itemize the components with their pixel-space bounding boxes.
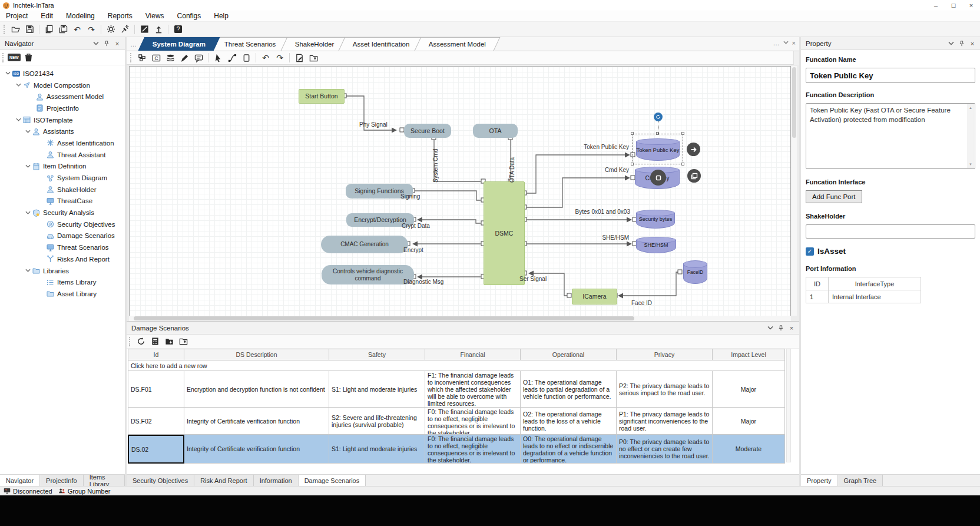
tree-item-asset-identification[interactable]: Asset Identification [0,137,125,149]
tree-item-damage-scenarios[interactable]: Damage Scenarios [0,230,125,242]
tab-threat-scenarios[interactable]: Threat Scenarios [210,37,290,51]
pin-icon[interactable] [101,38,112,49]
tab-assessment-model[interactable]: Assessment Model [414,37,500,51]
tab-items-library[interactable]: Items Library [84,475,125,486]
copy-button[interactable] [42,23,56,36]
new-item-button[interactable]: NEW [7,51,21,64]
tree-item-assistants[interactable]: Assistants [0,125,125,137]
chevron-down-icon[interactable] [91,38,101,49]
shakeholder-input[interactable] [806,224,975,239]
chevron-down-icon[interactable] [24,164,32,169]
menu-edit[interactable]: Edit [41,12,53,20]
tree-item-item-definition[interactable]: Item Definition [0,161,125,173]
node-cmac-generation[interactable]: CMAC Generation [321,236,408,253]
chevron-down-icon[interactable] [24,129,32,134]
tab-menu-icon[interactable]: … [773,39,780,47]
tab-security-objectives[interactable]: Security Objectives [127,475,194,486]
calculate-button[interactable] [148,335,162,348]
node-dsmc[interactable]: DSMC [484,181,525,285]
import-button[interactable] [162,335,176,348]
node-icamera[interactable]: ICamera [572,289,617,305]
scroll-up-icon[interactable]: ▲ [969,105,972,110]
tab-graph-tree[interactable]: Graph Tree [838,475,883,486]
rotate-handle[interactable] [654,113,663,121]
canvas-hscrollbar[interactable] [129,316,791,321]
tree-item-threat-assistant[interactable]: Threat Assistant [0,149,125,161]
close-button[interactable]: × [962,0,980,11]
save-button[interactable] [22,23,37,36]
chevron-down-icon[interactable] [24,210,32,216]
node-security-bytes[interactable]: Security bytes [636,210,675,229]
tree-item-model-compostion[interactable]: Model Compostion [0,80,125,91]
node-secure-boot[interactable]: Secure Boot [404,124,451,138]
port-table-row[interactable]: 1 Internal Interface [806,290,921,303]
chevron-down-icon[interactable] [765,323,776,333]
tab-property[interactable]: Property [801,475,838,486]
tab-shakeholder[interactable]: ShakeHolder [280,37,348,51]
annotate-button[interactable] [137,23,151,36]
undo-button[interactable]: ↶ [259,52,273,64]
add-row[interactable]: Click here to add a new row [128,360,785,371]
upload-button[interactable] [151,23,165,36]
tree-item-threat-scenarios[interactable]: Threat Scenarios [0,242,125,253]
selection-handle[interactable] [681,163,684,166]
node-start-button[interactable]: Start Button [299,89,345,104]
maximize-button[interactable]: □ [945,0,962,11]
pin-icon[interactable] [776,323,786,333]
function-name-input[interactable] [806,68,975,83]
shape-tool-button[interactable] [239,52,253,64]
add-block-button[interactable] [135,52,149,64]
close-icon[interactable]: × [786,323,797,333]
chevron-down-icon[interactable] [24,268,32,273]
tab-system-diagram[interactable]: System Diagram [138,37,220,51]
node-action-button[interactable] [650,170,666,186]
tree-item-asset-library[interactable]: Asset Library [0,288,125,300]
redo-button[interactable]: ↷ [273,52,287,64]
scroll-down-icon[interactable]: ▼ [969,162,972,167]
tab-navigator[interactable]: Navigator [0,475,40,486]
node-token-public-key[interactable]: Token Public Key [636,138,680,161]
tree-item-threatcase[interactable]: ThreatCase [0,196,125,207]
tree-item-iso21434[interactable]: ISOISO21434 [0,68,125,80]
table-row[interactable]: DS.F01 Encryption and decryption functio… [128,371,799,408]
tree-item-system-diagram[interactable]: System Diagram [0,172,125,184]
col-privacy[interactable]: Privacy [617,349,713,360]
export-button[interactable] [176,335,190,348]
chevron-down-icon[interactable] [4,71,12,76]
menu-help[interactable]: Help [214,12,229,20]
delete-item-button[interactable] [21,51,35,64]
tree-item-security-objectives[interactable]: Security Objectives [0,219,125,230]
tree-item-assessment-model[interactable]: Assessment Model [0,91,125,102]
selection-handle[interactable] [631,163,634,166]
tree-item-projectinfo[interactable]: ProjectInfo [0,102,125,114]
menu-modeling[interactable]: Modeling [66,12,95,20]
tab-damage-scenarios[interactable]: Damage Scenarios [299,475,366,486]
comment-button[interactable] [191,52,206,64]
open-project-button[interactable] [8,23,22,36]
export-doc-button[interactable] [292,52,306,64]
add-component-button[interactable] [149,52,163,64]
refresh-button[interactable] [134,335,148,348]
tree-item-items-library[interactable]: Items Library [0,276,125,288]
function-description-input[interactable]: Token Public Key (Fast OTA or Secure Fea… [806,103,975,169]
col-safety[interactable]: Safety [329,349,425,360]
chevron-down-icon[interactable] [14,117,22,123]
minimize-button[interactable]: – [927,0,945,11]
node-faceid[interactable]: FaceID [683,260,707,284]
add-func-port-button[interactable]: Add Func Port [806,190,862,203]
selection-handle[interactable] [681,132,684,135]
textarea-scrollbar[interactable]: ▲ ▼ [967,104,974,168]
tab-risk-and-report[interactable]: Risk And Report [194,475,253,486]
node-she-hsm[interactable]: SHE/HSM [636,237,676,253]
tree-item-risks-and-report[interactable]: Risks And Report [0,253,125,265]
node-ota[interactable]: OTA [473,124,518,138]
help-button[interactable] [171,23,185,36]
tab-information[interactable]: Information [254,475,299,486]
redo-button[interactable]: ↷ [84,23,98,36]
menu-views[interactable]: Views [145,12,164,20]
close-icon[interactable]: × [967,38,978,49]
table-row[interactable]: DS.F02 Integrity of Certificate verifica… [128,408,799,435]
scroll-thumb[interactable] [792,67,796,138]
close-tab-icon[interactable]: × [792,39,796,47]
menu-reports[interactable]: Reports [108,12,133,20]
